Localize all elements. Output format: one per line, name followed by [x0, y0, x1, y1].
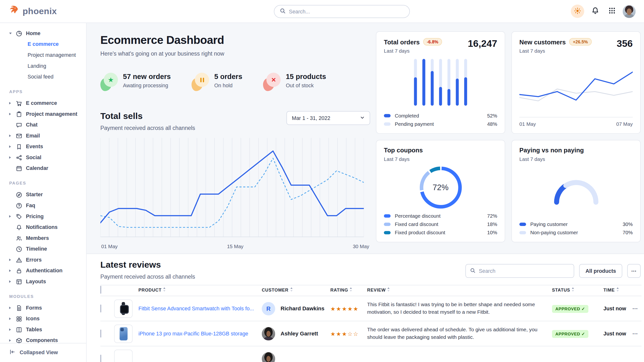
rating-stars: ★★★★★	[330, 305, 367, 312]
sidebar-item-starter[interactable]: Starter	[4, 189, 82, 200]
sidebar-item-components[interactable]: Components	[4, 335, 82, 343]
select-all-checkbox[interactable]	[100, 286, 101, 294]
customer-avatar[interactable]: R	[262, 302, 275, 315]
bell-icon	[591, 6, 599, 16]
bell-icon	[16, 224, 22, 230]
sort-icon	[572, 287, 574, 293]
total-orders-period: Last 7 days	[384, 48, 442, 54]
apps-grid-button[interactable]	[606, 5, 618, 17]
customer-avatar[interactable]	[262, 327, 275, 340]
legend-value: 72%	[487, 213, 497, 219]
column-header-customer[interactable]: CUSTOMER	[262, 287, 330, 293]
product-image[interactable]	[114, 349, 132, 362]
row-checkbox-cell	[100, 305, 114, 312]
bar-track	[464, 59, 467, 106]
grid-dots-icon	[608, 7, 615, 15]
all-products-button[interactable]: All products	[579, 264, 622, 278]
user-avatar[interactable]	[623, 5, 636, 18]
sidebar-subitem-social-feed[interactable]: Social feed	[4, 71, 82, 82]
product-image-cell	[114, 325, 138, 343]
sidebar-collapse-toggle[interactable]: Collapsed View	[0, 343, 86, 362]
product-link[interactable]: Fitbit Sense Advanced Smartwatch with To…	[138, 306, 262, 312]
sidebar-item-label: Icons	[26, 316, 40, 322]
row-checkbox[interactable]	[100, 329, 101, 337]
sort-icon	[616, 287, 619, 293]
column-header-review[interactable]: REVIEW	[367, 287, 552, 293]
sidebar-section-label-modules: MODULES	[4, 294, 82, 299]
search-icon	[280, 8, 286, 15]
column-header-rating[interactable]: RATING	[330, 287, 367, 293]
sidebar-item-label: Timeline	[26, 246, 47, 252]
sidebar-item-label: Forms	[26, 305, 42, 311]
sidebar-item-label: Errors	[26, 257, 42, 263]
reviews-search-input[interactable]	[479, 268, 570, 274]
sidebar-subitem-project-management[interactable]: Project management	[4, 50, 82, 61]
sidebar-item-chat[interactable]: Chat	[4, 119, 82, 130]
row-checkbox[interactable]	[100, 355, 101, 362]
sidebar-item-forms[interactable]: Forms	[4, 303, 82, 314]
caret-right-icon	[9, 307, 11, 309]
bar-fill	[422, 59, 425, 106]
sidebar-item-errors[interactable]: Errors	[4, 254, 82, 265]
column-header-product[interactable]: PRODUCT	[138, 287, 262, 293]
sidebar-item-home[interactable]: Home	[4, 28, 82, 39]
row-menu-button[interactable]: ⋯	[632, 305, 642, 312]
clock-icon	[16, 246, 22, 252]
legend-swatch	[519, 222, 526, 226]
chevron-down-icon	[360, 115, 364, 121]
rating-stars: ★★★☆☆	[330, 330, 367, 337]
sidebar-item-email[interactable]: Email	[4, 130, 82, 141]
legend-swatch	[384, 114, 390, 118]
sidebar-item-social[interactable]: Social	[4, 152, 82, 163]
brand-logo[interactable]: phoenix	[8, 5, 57, 17]
layout-icon	[16, 278, 22, 285]
sidebar-item-timeline[interactable]: Timeline	[4, 243, 82, 254]
sidebar-item-pricing[interactable]: Pricing	[4, 211, 82, 222]
stat-circle-shape: ✕	[266, 73, 281, 87]
top-navbar: phoenix	[0, 0, 644, 23]
caret-right-icon	[9, 280, 11, 283]
notifications-button[interactable]	[589, 5, 601, 17]
sidebar-item-label: Events	[26, 144, 43, 150]
reviews-search[interactable]	[465, 264, 574, 278]
product-link[interactable]: iPhone 13 pro max-Pacific Blue-128GB sto…	[138, 331, 262, 336]
sidebar-item-calendar[interactable]: Calendar	[4, 163, 82, 174]
sidebar-item-icons[interactable]: Icons	[4, 313, 82, 324]
reviews-subtitle: Payment received across all channels	[100, 274, 195, 280]
sidebar-subitem-e-commerce[interactable]: E commerce	[4, 39, 82, 50]
sidebar-item-e-commerce[interactable]: E commerce	[4, 98, 82, 109]
sidebar-item-label: Pricing	[26, 213, 44, 219]
sidebar-item-notifications[interactable]: Notifications	[4, 222, 82, 233]
total-orders-legend: Completed52%Pending payment48%	[384, 113, 497, 127]
column-header-status[interactable]: STATUS	[552, 287, 604, 293]
sidebar-subitem-landing[interactable]: Landing	[4, 60, 82, 71]
sidebar-item-project-management[interactable]: Project management	[4, 109, 82, 120]
customer-avatar[interactable]	[262, 352, 275, 362]
sidebar-item-authentication[interactable]: Authentication	[4, 265, 82, 276]
more-options-button[interactable]: ⋯	[627, 264, 640, 278]
navbar-search[interactable]	[274, 5, 410, 18]
sidebar-item-events[interactable]: Events	[4, 141, 82, 152]
paying-title: Paying vs non paying	[519, 147, 632, 154]
sidebar-item-tables[interactable]: Tables	[4, 324, 82, 335]
sidebar-item-faq[interactable]: Faq	[4, 200, 82, 211]
sidebar-item-members[interactable]: Members	[4, 233, 82, 243]
paying-period: Last 7 days	[519, 156, 632, 162]
theme-toggle-button[interactable]	[571, 5, 584, 18]
navbar-search-input[interactable]	[289, 8, 404, 14]
column-label: RATING	[330, 287, 348, 293]
row-checkbox[interactable]	[100, 304, 101, 312]
date-range-select[interactable]: Mar 1 - 31, 2022	[286, 111, 370, 125]
bar-fill	[448, 89, 450, 106]
paying-gauge-chart	[519, 162, 632, 221]
column-header-time[interactable]: TIME	[604, 287, 632, 293]
product-image[interactable]	[114, 325, 132, 343]
sidebar-item-layouts[interactable]: Layouts	[4, 276, 82, 287]
column-label: TIME	[604, 287, 615, 293]
collapse-icon	[9, 349, 16, 357]
navbar-actions	[571, 5, 636, 18]
reviews-title: Latest reviews	[100, 260, 195, 270]
product-image[interactable]	[114, 299, 132, 318]
row-menu-button[interactable]: ⋯	[632, 330, 642, 337]
bar-fill	[439, 87, 442, 106]
